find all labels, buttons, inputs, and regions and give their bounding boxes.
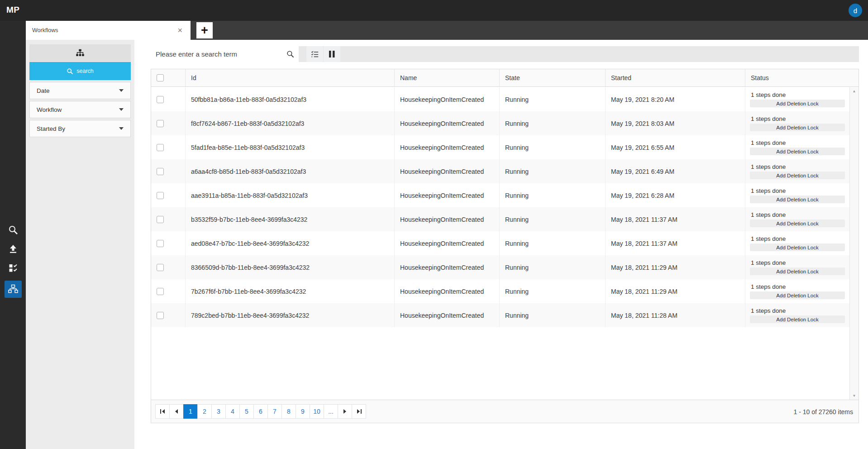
page-number-button[interactable]: 8 [281, 404, 296, 419]
page-number-button[interactable]: 7 [267, 404, 282, 419]
next-page-button[interactable] [338, 404, 352, 419]
add-deletion-lock-button[interactable]: Add Deletion Lock [750, 196, 845, 203]
cell-started: May 19, 2021 6:28 AM [605, 183, 745, 207]
last-page-button[interactable] [352, 404, 366, 419]
add-deletion-lock-button[interactable]: Add Deletion Lock [750, 124, 845, 131]
table-row[interactable]: b3532f59-b7bc-11eb-8ee4-3699fa3c4232 Hou… [151, 207, 849, 231]
cell-status: 1 steps done Add Deletion Lock [745, 231, 849, 255]
nav-search[interactable] [5, 224, 22, 236]
table-row[interactable]: f8cf7624-b867-11eb-883f-0a5d32102af3 Hou… [151, 111, 849, 135]
row-checkbox[interactable] [157, 216, 164, 223]
row-checkbox[interactable] [157, 312, 164, 319]
status-text: 1 steps done [751, 187, 845, 194]
tab-workflows[interactable]: Workflows × [26, 21, 191, 40]
scroll-up-icon[interactable]: ▲ [850, 89, 858, 93]
accordion-started-by[interactable]: Started By [29, 120, 131, 137]
table-row[interactable]: 5fad1fea-b85e-11eb-883f-0a5d32102af3 Hou… [151, 135, 849, 159]
nav-workflows[interactable] [5, 281, 22, 298]
search-icon[interactable] [286, 50, 295, 58]
nav-upload[interactable] [5, 243, 22, 255]
first-page-button[interactable] [155, 404, 170, 419]
page-number-button[interactable]: 6 [253, 404, 268, 419]
user-avatar[interactable]: d [849, 4, 862, 17]
plus-icon: + [201, 24, 208, 38]
add-deletion-lock-button[interactable]: Add Deletion Lock [750, 267, 845, 275]
select-all-checkbox[interactable] [157, 74, 164, 81]
chevron-down-icon [119, 127, 124, 130]
cell-started: May 18, 2021 11:28 AM [605, 303, 745, 327]
table-row[interactable]: aae3911a-b85a-11eb-883f-0a5d32102af3 Hou… [151, 183, 849, 207]
close-icon[interactable]: × [176, 26, 184, 34]
first-page-icon [160, 409, 165, 414]
add-deletion-lock-button[interactable]: Add Deletion Lock [750, 244, 845, 251]
row-checkbox[interactable] [157, 120, 164, 127]
status-text: 1 steps done [751, 91, 845, 98]
table-row[interactable]: 8366509d-b7bb-11eb-8ee4-3699fa3c4232 Hou… [151, 255, 849, 279]
page-number-button[interactable]: 2 [197, 404, 212, 419]
add-deletion-lock-button[interactable]: Add Deletion Lock [750, 315, 845, 323]
accordion-workflow[interactable]: Workflow [29, 101, 131, 118]
column-header-state[interactable]: State [499, 69, 605, 86]
pause-button[interactable] [324, 46, 340, 62]
grid-body: 50fbb81a-b86a-11eb-883f-0a5d32102af3 Hou… [151, 87, 849, 400]
accordion-label: Workflow [37, 106, 62, 113]
cell-status: 1 steps done Add Deletion Lock [745, 303, 849, 327]
cell-status: 1 steps done Add Deletion Lock [745, 135, 849, 159]
accordion-date[interactable]: Date [29, 82, 131, 99]
page-number-button[interactable]: 5 [239, 404, 254, 419]
vertical-scrollbar[interactable]: ▲ ▼ [849, 87, 858, 400]
workflows-grid: Id Name State Started Status 50fbb81a-b8… [151, 69, 859, 423]
page-number-button[interactable]: 4 [225, 404, 240, 419]
column-header-name[interactable]: Name [394, 69, 499, 86]
cell-started: May 19, 2021 8:03 AM [605, 111, 745, 135]
nav-checklist[interactable] [5, 262, 22, 274]
row-checkbox[interactable] [157, 264, 164, 271]
add-deletion-lock-button[interactable]: Add Deletion Lock [750, 100, 845, 107]
column-header-status[interactable]: Status [745, 69, 858, 86]
row-checkbox[interactable] [157, 288, 164, 295]
table-row[interactable]: 50fbb81a-b86a-11eb-883f-0a5d32102af3 Hou… [151, 87, 849, 111]
page-number-button[interactable]: 3 [211, 404, 226, 419]
column-chooser-button[interactable] [306, 46, 323, 62]
chevron-down-icon [119, 108, 124, 111]
add-deletion-lock-button[interactable]: Add Deletion Lock [750, 220, 845, 227]
next-page-icon [343, 409, 347, 414]
table-row[interactable]: a6aa4cf8-b85d-11eb-883f-0a5d32102af3 Hou… [151, 159, 849, 183]
page-number-button[interactable]: 10 [310, 404, 324, 419]
cell-id: 50fbb81a-b86a-11eb-883f-0a5d32102af3 [185, 87, 394, 111]
page-number-button[interactable]: ... [324, 404, 338, 419]
cell-name: HousekeepingOnItemCreated [394, 255, 499, 279]
status-text: 1 steps done [751, 259, 845, 266]
cell-name: HousekeepingOnItemCreated [394, 207, 499, 231]
row-checkbox[interactable] [157, 96, 164, 103]
add-deletion-lock-button[interactable]: Add Deletion Lock [750, 172, 845, 179]
search-icon [8, 224, 19, 235]
cell-started: May 18, 2021 11:29 AM [605, 279, 745, 303]
row-checkbox[interactable] [157, 144, 164, 151]
table-row[interactable]: 7b267f6f-b7bb-11eb-8ee4-3699fa3c4232 Hou… [151, 279, 849, 303]
column-header-started[interactable]: Started [605, 69, 745, 86]
hierarchy-icon [75, 48, 85, 58]
cell-id: 8366509d-b7bb-11eb-8ee4-3699fa3c4232 [185, 255, 394, 279]
status-text: 1 steps done [751, 283, 845, 290]
search-input[interactable] [151, 46, 299, 62]
new-tab-button[interactable]: + [196, 22, 213, 38]
row-checkbox[interactable] [157, 240, 164, 247]
table-row[interactable]: 789c2bed-b7bb-11eb-8ee4-3699fa3c4232 Hou… [151, 303, 849, 327]
column-header-id[interactable]: Id [185, 69, 394, 86]
row-checkbox[interactable] [157, 168, 164, 175]
row-checkbox[interactable] [157, 192, 164, 199]
cell-status: 1 steps done Add Deletion Lock [745, 207, 849, 231]
scroll-down-icon[interactable]: ▼ [850, 394, 858, 398]
table-row[interactable]: aed08e47-b7bc-11eb-8ee4-3699fa3c4232 Hou… [151, 231, 849, 255]
cell-status: 1 steps done Add Deletion Lock [745, 111, 849, 135]
cell-state: Running [499, 255, 605, 279]
search-button[interactable]: search [29, 62, 131, 80]
add-deletion-lock-button[interactable]: Add Deletion Lock [750, 148, 845, 155]
page-number-button[interactable]: 1 [183, 404, 198, 419]
hierarchy-button[interactable] [29, 44, 131, 62]
row-select-cell [151, 279, 185, 303]
page-number-button[interactable]: 9 [296, 404, 310, 419]
add-deletion-lock-button[interactable]: Add Deletion Lock [750, 291, 845, 299]
prev-page-button[interactable] [169, 404, 184, 419]
